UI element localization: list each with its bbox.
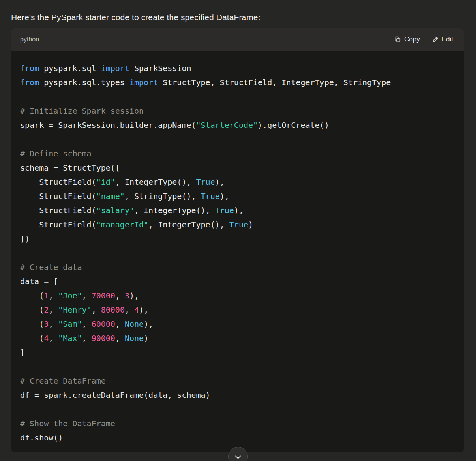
edit-button-label: Edit: [442, 36, 453, 43]
code-line: # Initialize Spark session: [20, 104, 455, 118]
code-line: data = [: [20, 274, 455, 289]
code-line: (4, "Max", 90000, None): [20, 331, 455, 345]
code-line: [20, 402, 455, 416]
code-line: [20, 360, 455, 374]
copy-icon: [394, 36, 401, 43]
code-line: (1, "Joe", 70000, 3),: [20, 289, 455, 303]
code-block: python Copy Edit: [11, 28, 464, 452]
edit-button[interactable]: Edit: [431, 34, 454, 45]
code-line: StructField("id", IntegerType(), True),: [20, 175, 455, 189]
code-line: # Show the DataFrame: [20, 416, 455, 431]
code-line: schema = StructType([: [20, 161, 455, 175]
language-label: python: [20, 36, 39, 43]
code-line: (2, "Henry", 80000, 4),: [20, 303, 455, 317]
assistant-message-text: Here's the PySpark starter code to creat…: [11, 12, 260, 23]
code-line: (3, "Sam", 60000, None),: [20, 317, 455, 331]
code-line: from pyspark.sql.types import StructType…: [20, 75, 455, 90]
code-line: StructField("salary", IntegerType(), Tru…: [20, 203, 455, 217]
code-line: # Create DataFrame: [20, 374, 455, 388]
code-line: # Create data: [20, 260, 455, 274]
code-line: ]: [20, 345, 455, 360]
copy-button-label: Copy: [404, 36, 420, 43]
code-line: from pyspark.sql import SparkSession: [20, 61, 455, 75]
code-line: df.show(): [20, 431, 455, 445]
code-line: [20, 90, 455, 104]
code-line: ]): [20, 232, 455, 246]
code-block-header: python Copy Edit: [11, 28, 464, 51]
code-block-actions: Copy Edit: [394, 34, 454, 45]
edit-pencil-icon: [432, 36, 439, 43]
arrow-down-icon: [234, 452, 242, 460]
code-line: StructField("managerId", IntegerType(), …: [20, 217, 455, 232]
code-content: from pyspark.sql import SparkSessionfrom…: [11, 51, 464, 452]
code-line: # Define schema: [20, 146, 455, 161]
copy-button[interactable]: Copy: [394, 34, 421, 45]
code-line: [20, 246, 455, 260]
code-line: df = spark.createDataFrame(data, schema): [20, 388, 455, 402]
code-line: spark = SparkSession.builder.appName("St…: [20, 118, 455, 132]
code-line: StructField("name", StringType(), True),: [20, 189, 455, 203]
code-line: [20, 132, 455, 146]
